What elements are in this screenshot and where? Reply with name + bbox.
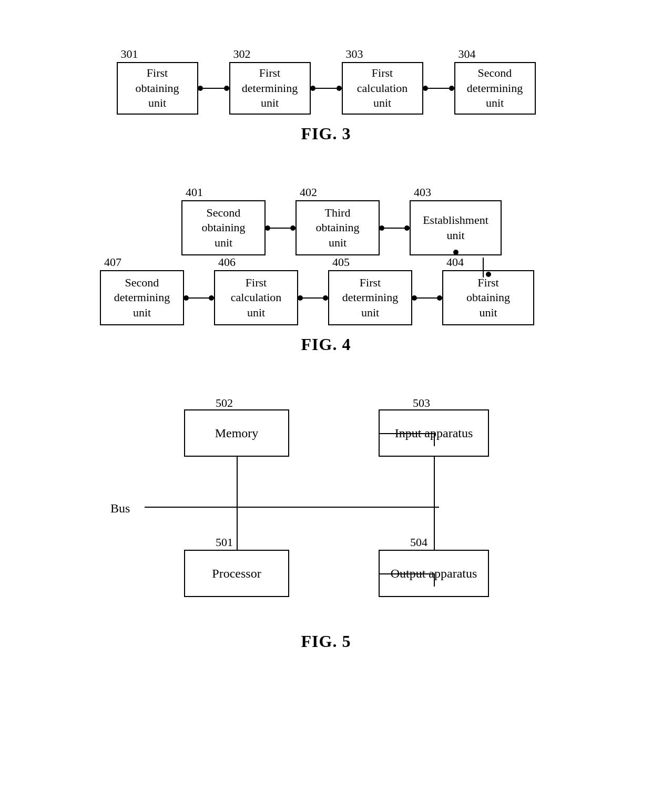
horiz-input-top: [379, 433, 435, 434]
fig4-node-405: 405 Firstdeterminingunit: [328, 255, 442, 325]
dot-402-left: [290, 225, 296, 231]
fig4-caption: FIG. 4: [301, 335, 351, 354]
box-third-obtaining-unit: Thirdobtainingunit: [296, 200, 380, 255]
dot-301-right: [198, 86, 203, 91]
ref-405: 405: [332, 255, 350, 269]
conn-402-403: [384, 228, 404, 229]
fig4-node-407: 407 Seconddeterminingunit: [100, 255, 214, 325]
ref-303: 303: [346, 47, 363, 61]
ref-407: 407: [104, 255, 121, 269]
label-403: Establishmentunit: [423, 213, 488, 243]
fig5-caption: FIG. 5: [301, 632, 351, 651]
label-404: Firstobtainingunit: [466, 275, 510, 321]
fig4-bottom-row: 407 Seconddeterminingunit 406: [100, 255, 552, 325]
vert-input-top: [434, 433, 435, 446]
label-406: Firstcalculationunit: [231, 275, 282, 321]
dot-405-right: [412, 295, 417, 301]
conn-406-405: [303, 297, 323, 299]
box-processor: Processor: [184, 550, 289, 597]
label-402: Thirdobtainingunit: [315, 205, 359, 251]
box-first-determining-unit: Firstdeterminingunit: [229, 62, 311, 115]
ref-502: 502: [216, 396, 233, 410]
conn-407-406: [189, 297, 209, 299]
dot-406-right: [298, 295, 303, 301]
fig3-node-301: 301 First obtainingunit: [117, 47, 229, 115]
box-first-obtaining-unit: First obtainingunit: [117, 62, 198, 115]
label-304: Seconddeterminingunit: [467, 66, 523, 111]
dot-401-right: [265, 225, 270, 231]
label-301: First obtainingunit: [124, 66, 191, 111]
label-302: Firstdeterminingunit: [242, 66, 298, 111]
ref-501: 501: [216, 536, 233, 549]
ref-302: 302: [233, 47, 251, 61]
conn-401-402: [270, 228, 290, 229]
fig4-diagram: 401 Secondobtainingunit 402: [100, 186, 552, 325]
label-405: Firstdeterminingunit: [342, 275, 398, 321]
ref-504: 504: [410, 536, 427, 549]
box-second-determining-unit-407: Seconddeterminingunit: [100, 270, 184, 325]
label-407: Seconddeterminingunit: [114, 275, 170, 321]
horiz-output-bottom: [379, 573, 435, 574]
ref-403: 403: [414, 186, 431, 199]
fig3-node-304: 304 Seconddeterminingunit: [454, 47, 536, 115]
fig3-caption: FIG. 3: [301, 124, 351, 143]
ref-301: 301: [121, 47, 138, 61]
fig4-node-402: 402 Thirdobtainingunit: [296, 186, 410, 255]
dot-402-right: [379, 225, 384, 231]
figure-4-section: 401 Secondobtainingunit 402: [42, 175, 610, 354]
label-processor: Processor: [212, 567, 261, 581]
dot-407-right: [184, 295, 189, 301]
box-first-calculation-unit-406: Firstcalculationunit: [214, 270, 298, 325]
fig3-node-303: 303 Firstcalculationunit: [342, 47, 454, 115]
ref-503: 503: [413, 396, 430, 410]
box-memory: Memory: [184, 409, 289, 457]
dot-303-right: [423, 86, 428, 91]
bus-label: Bus: [110, 501, 130, 516]
dot-406-left: [209, 295, 214, 301]
page: 301 First obtainingunit 302 Firstdetermi…: [0, 0, 652, 714]
conn-303-304: [428, 88, 449, 89]
ref-406: 406: [218, 255, 236, 269]
dot-302-left: [224, 86, 229, 91]
dot-302-right: [310, 86, 315, 91]
vert-output-bottom: [434, 573, 435, 587]
label-401: Secondobtainingunit: [201, 205, 245, 251]
vert-mem-bus: [237, 457, 238, 507]
dot-403-left: [404, 225, 410, 231]
vert-output-bus: [434, 508, 435, 550]
label-memory: Memory: [215, 426, 259, 440]
fig4-node-403: 403 Establishmentunit: [410, 186, 502, 255]
bus-line-h: [145, 507, 439, 508]
dot-304-left: [449, 86, 454, 91]
figure-3-section: 301 First obtainingunit 302 Firstdetermi…: [42, 32, 610, 143]
dot-404-left: [437, 295, 442, 301]
fig5-diagram: 502 503 Memory Input apparatus Bus 501: [110, 396, 542, 622]
dot-405-left: [323, 295, 328, 301]
conn-405-404: [417, 297, 437, 299]
figure-5-section: 502 503 Memory Input apparatus Bus 501: [42, 386, 610, 651]
fig4-node-401: 401 Secondobtainingunit: [181, 186, 296, 255]
fig3-node-302: 302 Firstdeterminingunit: [229, 47, 342, 115]
conn-302-303: [315, 88, 337, 89]
ref-401: 401: [186, 186, 203, 199]
box-first-determining-unit-405: Firstdeterminingunit: [328, 270, 412, 325]
ref-402: 402: [300, 186, 317, 199]
box-second-determining-unit: Seconddeterminingunit: [454, 62, 536, 115]
vert-proc-bus: [237, 508, 238, 550]
ref-304: 304: [459, 47, 476, 61]
fig3-diagram: 301 First obtainingunit 302 Firstdetermi…: [117, 47, 536, 115]
box-first-calculation-unit: Firstcalculationunit: [342, 62, 423, 115]
ref-404: 404: [446, 255, 464, 269]
label-303: Firstcalculationunit: [357, 66, 408, 111]
fig4-top-row: 401 Secondobtainingunit 402: [181, 186, 552, 255]
dot-303-left: [337, 86, 342, 91]
box-second-obtaining-unit: Secondobtainingunit: [181, 200, 266, 255]
fig4-node-404: 404 Firstobtainingunit: [442, 255, 534, 325]
conn-301-302: [203, 88, 224, 89]
vert-input-bus: [434, 457, 435, 507]
fig4-node-406: 406 Firstcalculationunit: [214, 255, 328, 325]
dot-404-top: [486, 269, 491, 279]
